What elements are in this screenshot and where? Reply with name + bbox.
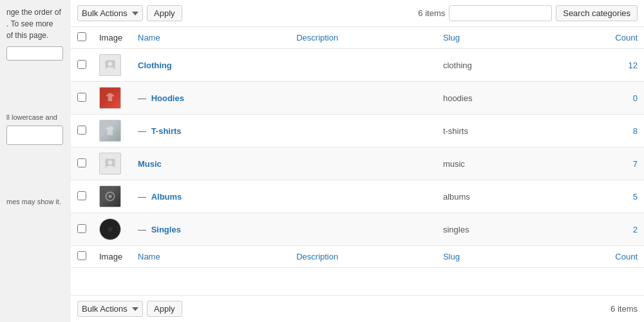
table-header-row: Image Name Description Slug Count [71,27,644,49]
row-description-3 [290,115,437,147]
row-count-5: 5 [549,180,644,213]
col-header-description: Description [290,27,437,49]
col-footer-name[interactable]: Name [131,246,290,268]
col-footer-description: Description [290,246,437,268]
category-name-link-2[interactable]: Hoodies [151,93,184,103]
col-footer-slug: Slug [437,246,550,268]
top-toolbar-left: Bulk Actions Apply [77,5,182,21]
sidebar-input[interactable] [6,46,63,61]
items-count-top: 6 items [418,8,445,18]
row-slug-6: singles [437,213,550,246]
category-name-link-5[interactable]: Albums [151,192,182,202]
row-image-6 [99,218,121,240]
row-slug-3: t-shirts [437,115,550,147]
row-checkbox-5[interactable] [77,191,86,200]
top-toolbar: Bulk Actions Apply 6 items Search catego… [71,0,644,27]
col-footer-count: Count [549,246,644,268]
row-count-2: 0 [549,82,644,115]
table-row: — Singlessingles2 [71,213,644,246]
row-description-5 [290,180,437,213]
search-input[interactable] [449,5,552,21]
cat-indent: — [138,93,149,103]
row-checkbox-4[interactable] [77,158,86,167]
table-footer-row: Image Name Description Slug Count [71,246,644,268]
sidebar-note: ll lowercase and [6,112,64,123]
category-name-link-6[interactable]: Singles [151,225,181,234]
category-name-link-1[interactable]: Clothing [138,61,172,70]
row-image-1 [99,54,121,76]
col-header-slug: Slug [437,27,550,49]
apply-button-top[interactable]: Apply [147,5,182,21]
row-count-6: 2 [549,213,644,246]
apply-button-bottom[interactable]: Apply [147,301,182,317]
row-image-4 [99,153,121,175]
cat-indent: — [138,126,149,136]
row-slug-5: albums [437,180,550,213]
col-header-image: Image [93,27,131,49]
row-description-4 [290,147,437,180]
sidebar-description: nge the order of. To see moreof this pag… [6,6,64,41]
row-image-3 [99,120,121,142]
items-count-bottom: 6 items [611,304,638,314]
row-image-5 [99,185,121,207]
row-slug-2: hoodies [437,82,550,115]
col-header-name[interactable]: Name [131,27,290,49]
top-toolbar-right: 6 items Search categories [418,5,638,21]
row-description-1 [290,49,437,82]
row-image-2 [99,87,121,109]
row-slug-4: music [437,147,550,180]
row-checkbox-3[interactable] [77,126,86,135]
row-slug-1: clothing [437,49,550,82]
category-name-link-3[interactable]: T-shirts [151,126,182,136]
category-name-link-4[interactable]: Music [138,159,162,169]
col-header-count: Count [549,27,644,49]
search-categories-button[interactable]: Search categories [556,5,638,21]
sidebar-textarea[interactable] [6,126,63,145]
sidebar: nge the order of. To see moreof this pag… [0,0,71,322]
row-count-1: 12 [549,49,644,82]
main-content: Bulk Actions Apply 6 items Search catego… [71,0,644,322]
table-row: — Albumsalbums5 [71,180,644,213]
bulk-actions-select-bottom[interactable]: Bulk Actions [77,301,143,317]
col-footer-image: Image [93,246,131,268]
row-description-2 [290,82,437,115]
cat-indent: — [138,225,149,234]
table-row: — T-shirtst-shirts8 [71,115,644,147]
svg-point-1 [109,195,112,198]
cat-indent: — [138,192,149,202]
table-row: Musicmusic7 [71,147,644,180]
bottom-toolbar: Bulk Actions Apply 6 items [71,295,644,322]
select-all-checkbox-footer[interactable] [77,251,86,260]
svg-point-4 [109,229,111,231]
sidebar-note2: mes may show it. [6,196,64,207]
row-checkbox-2[interactable] [77,93,86,102]
row-checkbox-6[interactable] [77,224,86,233]
row-count-3: 8 [549,115,644,147]
row-checkbox-1[interactable] [77,60,86,69]
row-count-4: 7 [549,147,644,180]
categories-table: Image Name Description Slug Count Clothi… [71,27,644,268]
bottom-toolbar-right: 6 items [611,304,638,314]
categories-table-wrap: Image Name Description Slug Count Clothi… [71,27,644,295]
bulk-actions-select-top[interactable]: Bulk Actions [77,5,143,21]
row-description-6 [290,213,437,246]
table-row: Clothingclothing12 [71,49,644,82]
select-all-checkbox[interactable] [77,32,86,41]
table-row: — Hoodieshoodies0 [71,82,644,115]
bottom-toolbar-left: Bulk Actions Apply [77,301,182,317]
